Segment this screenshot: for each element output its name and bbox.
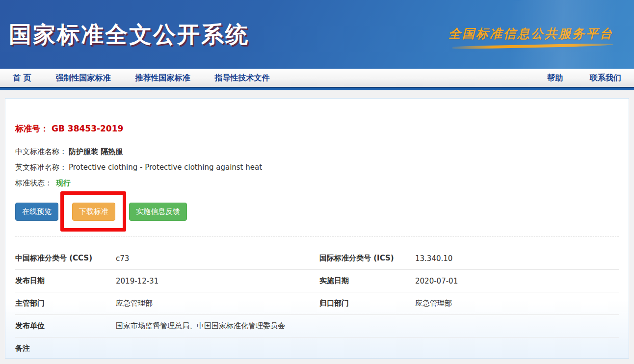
centralized-dept-label: 归口部门 — [319, 299, 415, 308]
en-name-line: 英文标准名称：Protective clothing - Protective … — [15, 163, 619, 172]
ccs-label: 中国标准分类号 (CCS) — [15, 254, 116, 263]
table-row-publisher: 发布单位 国家市场监督管理总局、中国国家标准化管理委员会 — [15, 314, 619, 337]
ccs-value: c73 — [116, 254, 319, 263]
standard-number-label: 标准号： — [15, 124, 49, 133]
standard-number-heading: 标准号：GB 38453-2019 — [15, 123, 619, 134]
nav-item-help[interactable]: 帮助 — [547, 73, 563, 83]
competent-dept-value: 应急管理部 — [116, 299, 319, 308]
nav-underline-bar — [0, 87, 634, 90]
cn-name-line: 中文标准名称：防护服装 隔热服 — [15, 147, 619, 156]
status-value: 现行 — [56, 179, 71, 187]
status-line: 标准状态：现行 — [15, 179, 619, 188]
actions-row: 在线预览 下载标准 实施信息反馈 — [15, 203, 619, 221]
site-title: 国家标准全文公开系统 — [9, 20, 249, 50]
table-row-departments: 主管部门 应急管理部 归口部门 应急管理部 — [15, 292, 619, 314]
table-row-classification: 中国标准分类号 (CCS) c73 国际标准分类号 (ICS) 13.340.1… — [15, 247, 619, 269]
preview-button-wrap: 在线预览 — [15, 203, 58, 221]
implement-date-label: 实施日期 — [319, 276, 415, 286]
table-row-remarks: 备注 — [15, 337, 619, 360]
nav-item-contact-us[interactable]: 联系我们 — [590, 73, 621, 83]
en-name-value: Protective clothing - Protective clothin… — [69, 163, 262, 172]
competent-dept-label: 主管部门 — [15, 299, 116, 308]
implement-date-value: 2020-07-01 — [415, 277, 619, 286]
en-name-label: 英文标准名称： — [15, 163, 67, 172]
page-body: 标准号：GB 38453-2019 中文标准名称：防护服装 隔热服 英文标准名称… — [0, 90, 634, 359]
status-label: 标准状态： — [15, 179, 52, 187]
implementation-feedback-button[interactable]: 实施信息反馈 — [129, 203, 187, 221]
standard-number-value: GB 38453-2019 — [52, 124, 123, 133]
feedback-button-wrap: 实施信息反馈 — [129, 203, 187, 221]
download-button-wrap: 下载标准 — [72, 203, 115, 221]
publish-date-label: 发布日期 — [15, 276, 116, 286]
platform-logo: 全国标准信息公共服务平台 — [447, 26, 613, 48]
table-row-dates: 发布日期 2019-12-31 实施日期 2020-07-01 — [15, 269, 619, 292]
online-preview-button[interactable]: 在线预览 — [15, 203, 58, 221]
remarks-label: 备注 — [15, 344, 116, 353]
nav-item-home[interactable]: 首 页 — [13, 73, 31, 83]
cn-name-value: 防护服装 隔热服 — [69, 147, 123, 156]
cn-name-label: 中文标准名称： — [15, 147, 67, 156]
details-table: 中国标准分类号 (CCS) c73 国际标准分类号 (ICS) 13.340.1… — [15, 247, 619, 360]
standard-detail-panel: 标准号：GB 38453-2019 中文标准名称：防护服装 隔热服 英文标准名称… — [5, 98, 629, 359]
publisher-label: 发布单位 — [15, 321, 116, 331]
ics-label: 国际标准分类号 (ICS) — [319, 254, 415, 263]
nav-item-recommended-standards[interactable]: 推荐性国家标准 — [135, 73, 190, 83]
publisher-value: 国家市场监督管理总局、中国国家标准化管理委员会 — [116, 321, 619, 331]
platform-logo-text: 全国标准信息公共服务平台 — [447, 26, 613, 42]
dashed-separator — [15, 236, 619, 236]
standard-meta-block: 中文标准名称：防护服装 隔热服 英文标准名称：Protective clothi… — [15, 147, 619, 188]
ics-value: 13.340.10 — [415, 254, 619, 263]
centralized-dept-value: 应急管理部 — [415, 299, 619, 308]
logo-underline-swoosh — [452, 43, 613, 50]
download-standard-button[interactable]: 下载标准 — [72, 203, 115, 221]
publish-date-value: 2019-12-31 — [116, 277, 319, 286]
main-navbar: 首 页 强制性国家标准 推荐性国家标准 指导性技术文件 帮助 联系我们 — [0, 69, 634, 87]
nav-item-guiding-documents[interactable]: 指导性技术文件 — [215, 73, 270, 83]
nav-item-mandatory-standards[interactable]: 强制性国家标准 — [56, 73, 111, 83]
site-header: 国家标准全文公开系统 全国标准信息公共服务平台 — [0, 0, 634, 69]
